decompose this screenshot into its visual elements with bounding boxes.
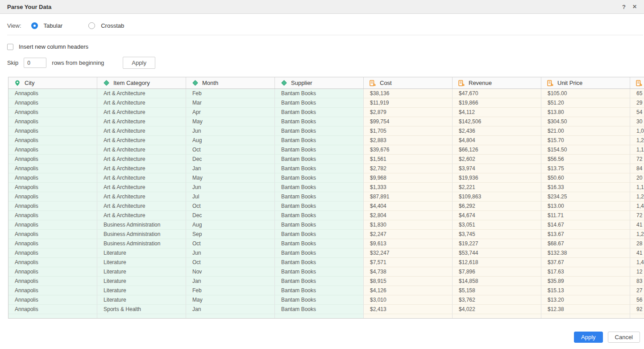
table-cell: Business Administration [97, 230, 186, 239]
map-pin-icon [14, 80, 21, 86]
table-cell: 92 [630, 305, 644, 314]
column-header-clipped[interactable] [630, 77, 644, 88]
table-cell [453, 314, 541, 319]
table-cell: 1,2 [630, 136, 644, 145]
skip-suffix-label: rows from beginning [52, 59, 104, 66]
table-cell: Dec [186, 155, 275, 164]
table-cell: $3,762 [453, 295, 541, 305]
insert-headers-checkbox[interactable] [7, 44, 13, 50]
table-cell: Art & Architecture [97, 192, 186, 202]
table-cell: Bantam Books [275, 239, 364, 248]
table-cell: Bantam Books [275, 295, 364, 305]
close-icon[interactable]: ✕ [632, 4, 637, 9]
table-row: AnnapolisBusiness AdministrationAugBanta… [8, 220, 644, 230]
table-cell: $2,247 [364, 230, 453, 239]
table-cell: $12,618 [453, 258, 541, 267]
table-cell: 65 [630, 89, 644, 98]
skip-rows-input[interactable] [24, 58, 46, 68]
table-cell: $38,136 [364, 89, 453, 98]
column-header-unit-price[interactable]: Unit Price [541, 77, 630, 88]
column-header-month[interactable]: Month [186, 77, 275, 88]
radio-crosstab[interactable]: Crosstab [88, 22, 124, 29]
table-cell: $8,915 [364, 277, 453, 286]
table-cell: Jan [186, 277, 275, 286]
dialog-footer: Apply Cancel [574, 332, 640, 343]
table-cell: Bantam Books [275, 211, 364, 220]
table-cell: Bantam Books [275, 248, 364, 258]
table-cell: 1,1 [630, 183, 644, 192]
table-cell: $4,674 [453, 211, 541, 220]
table-row: AnnapolisSports & HealthJanBantam Books$… [8, 305, 644, 314]
table-cell: Oct [186, 258, 275, 267]
table-cell: Sports & Health [97, 305, 186, 314]
table-cell: Feb [186, 286, 275, 295]
table-cell: Aug [186, 220, 275, 230]
column-header-revenue[interactable]: Revenue [453, 77, 541, 88]
table-cell: Jan [186, 164, 275, 173]
table-cell [364, 314, 453, 319]
table-cell: Art & Architecture [97, 98, 186, 108]
ledger-icon [370, 80, 376, 86]
radio-tabular-label: Tabular [44, 22, 63, 29]
table-header-row: CityItem CategoryMonthSupplierCostRevenu… [8, 77, 644, 89]
column-header-supplier[interactable]: Supplier [275, 77, 364, 88]
table-cell: $21.00 [541, 126, 630, 136]
table-row: AnnapolisArt & ArchitectureAprBantam Boo… [8, 108, 644, 117]
table-cell: Art & Architecture [97, 211, 186, 220]
table-cell: Annapolis [8, 295, 97, 305]
table-cell: Annapolis [8, 239, 97, 248]
table-cell: Bantam Books [275, 126, 364, 136]
radio-selected-icon[interactable] [31, 22, 38, 29]
table-cell: 1,2 [630, 192, 644, 202]
apply-button[interactable]: Apply [574, 332, 603, 343]
table-row: AnnapolisArt & ArchitectureJulBantam Boo… [8, 192, 644, 202]
table-cell: $35.89 [541, 277, 630, 286]
table-cell: $9,968 [364, 173, 453, 183]
table-cell: $4,022 [453, 305, 541, 314]
table-cell: $9,613 [364, 239, 453, 248]
table-cell: 29 [630, 98, 644, 108]
table-cell: Jan [186, 305, 275, 314]
radio-unselected-icon[interactable] [88, 22, 95, 29]
table-cell: $19,866 [453, 98, 541, 108]
table-cell: $5,158 [453, 286, 541, 295]
insert-headers-option[interactable]: Insert new column headers [7, 43, 88, 50]
diamond-icon [103, 80, 109, 86]
table-cell: $12.38 [541, 305, 630, 314]
table-cell: $13.00 [541, 202, 630, 211]
table-cell: $50.60 [541, 173, 630, 183]
column-header-item-category[interactable]: Item Category [97, 77, 186, 88]
column-header-cost[interactable]: Cost [364, 77, 453, 88]
table-cell: $17.63 [541, 267, 630, 277]
table-cell: $7,896 [453, 267, 541, 277]
table-cell: Bantam Books [275, 98, 364, 108]
table-cell: Jun [186, 183, 275, 192]
table-cell: Annapolis [8, 211, 97, 220]
table-cell: Art & Architecture [97, 108, 186, 117]
column-header-city[interactable]: City [8, 77, 97, 88]
table-cell: Bantam Books [275, 230, 364, 239]
cancel-button[interactable]: Cancel [608, 332, 640, 343]
table-cell: Annapolis [8, 277, 97, 286]
table-cell: Art & Architecture [97, 117, 186, 126]
table-cell: Business Administration [97, 239, 186, 248]
table-cell [630, 314, 644, 319]
table-cell: Literature [97, 286, 186, 295]
table-row: AnnapolisArt & ArchitectureMarBantam Boo… [8, 98, 644, 108]
table-cell: $4,804 [453, 136, 541, 145]
table-cell: $87,891 [364, 192, 453, 202]
table-cell: Bantam Books [275, 286, 364, 295]
table-cell: $11,919 [364, 98, 453, 108]
radio-tabular[interactable]: Tabular [31, 22, 63, 29]
table-cell: Annapolis [8, 155, 97, 164]
help-icon[interactable]: ? [622, 4, 626, 10]
table-cell: $13.67 [541, 230, 630, 239]
table-cell: Literature [97, 248, 186, 258]
table-cell: $66,126 [453, 145, 541, 155]
table-cell: Bantam Books [275, 136, 364, 145]
table-cell: $2,804 [364, 211, 453, 220]
table-cell: Literature [97, 267, 186, 277]
table-cell: $234.25 [541, 192, 630, 202]
skip-apply-button[interactable]: Apply [123, 57, 155, 69]
table-cell: $13.20 [541, 295, 630, 305]
